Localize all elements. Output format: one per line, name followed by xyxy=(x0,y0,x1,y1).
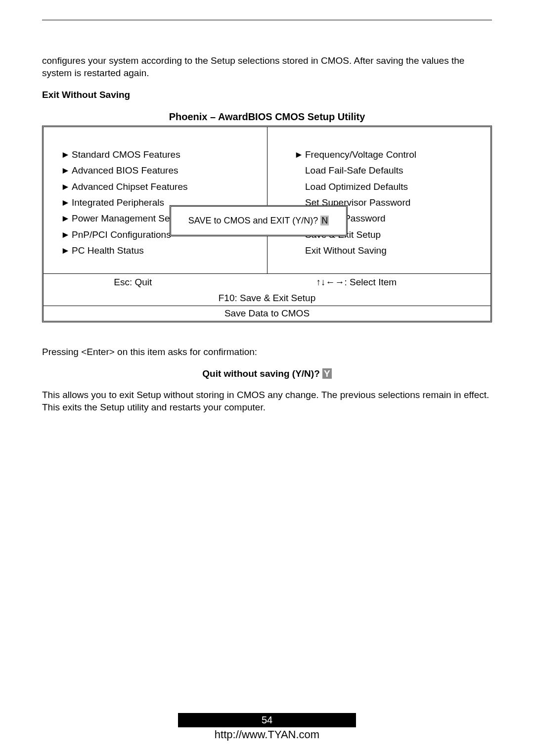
menu-item-load-failsafe[interactable]: Load Fail-Safe Defaults xyxy=(294,163,490,178)
bios-setup-box: ►Standard CMOS Features ►Advanced BIOS F… xyxy=(42,126,492,322)
menu-label: Standard CMOS Features xyxy=(72,147,180,163)
menu-item-advanced-bios[interactable]: ►Advanced BIOS Features xyxy=(61,163,267,178)
esc-quit-label: Esc: Quit xyxy=(44,277,222,288)
play-icon: ► xyxy=(61,243,72,259)
bios-right-column: ►Frequency/Voltage Control Load Fail-Saf… xyxy=(267,127,490,273)
confirmation-paragraph: Pressing <Enter> on this item asks for c… xyxy=(42,346,492,358)
menu-label: PnP/PCI Configurations xyxy=(72,227,171,243)
bios-keys-row: Esc: Quit ↑↓←→: Select Item xyxy=(44,274,490,291)
quit-prompt-line: Quit without saving (Y/N)? Y xyxy=(42,368,492,379)
play-icon: ► xyxy=(294,147,305,163)
menu-label: Exit Without Saving xyxy=(305,243,387,259)
page-number: 54 xyxy=(178,713,356,727)
menu-label: Load Optimized Defaults xyxy=(305,179,408,195)
bios-menu-area: ►Standard CMOS Features ►Advanced BIOS F… xyxy=(44,127,490,273)
menu-item-load-optimized[interactable]: Load Optimized Defaults xyxy=(294,179,490,195)
menu-label: Power Management Setup xyxy=(72,211,183,226)
vertical-divider xyxy=(267,127,267,273)
menu-item-advanced-chipset[interactable]: ►Advanced Chipset Features xyxy=(61,179,267,195)
play-icon: ► xyxy=(61,195,72,211)
top-rule xyxy=(42,20,492,20)
menu-label: Load Fail-Safe Defaults xyxy=(305,163,403,178)
menu-label: Advanced Chipset Features xyxy=(72,179,187,195)
section-heading: Exit Without Saving xyxy=(42,89,492,101)
menu-item-pc-health[interactable]: ►PC Health Status xyxy=(61,243,267,259)
intro-paragraph: configures your system according to the … xyxy=(42,55,492,79)
play-icon: ► xyxy=(61,211,72,226)
menu-label: Advanced BIOS Features xyxy=(72,163,178,178)
footer-url: http://www.TYAN.com xyxy=(0,728,534,741)
menu-label: Integrated Peripherals xyxy=(72,195,164,211)
menu-item-freq-voltage[interactable]: ►Frequency/Voltage Control xyxy=(294,147,490,163)
save-confirmation-popup: SAVE to CMOS and EXIT (Y/N)? N xyxy=(170,205,348,236)
menu-label: Frequency/Voltage Control xyxy=(305,147,416,163)
menu-label: PC Health Status xyxy=(72,243,144,259)
popup-answer[interactable]: N xyxy=(320,216,329,225)
bios-left-column: ►Standard CMOS Features ►Advanced BIOS F… xyxy=(44,127,267,273)
menu-item-exit-without-saving[interactable]: Exit Without Saving xyxy=(294,243,490,259)
explanation-paragraph: This allows you to exit Setup without st… xyxy=(42,389,492,413)
popup-text: SAVE to CMOS and EXIT (Y/N)? xyxy=(188,216,320,225)
quit-prompt-text: Quit without saving (Y/N)? xyxy=(202,368,322,379)
play-icon: ► xyxy=(61,227,72,243)
menu-item-standard-cmos[interactable]: ►Standard CMOS Features xyxy=(61,147,267,163)
page-footer: 54 http://www.TYAN.com xyxy=(0,713,534,741)
f10-label: F10: Save & Exit Setup xyxy=(44,291,490,306)
save-data-label: Save Data to CMOS xyxy=(44,306,490,321)
play-icon: ► xyxy=(61,147,72,163)
play-icon: ► xyxy=(61,179,72,195)
bios-title: Phoenix – AwardBIOS CMOS Setup Utility xyxy=(42,111,492,123)
quit-answer: Y xyxy=(322,368,332,379)
arrow-select-label: ↑↓←→: Select Item xyxy=(222,277,490,288)
play-icon: ► xyxy=(61,163,72,178)
